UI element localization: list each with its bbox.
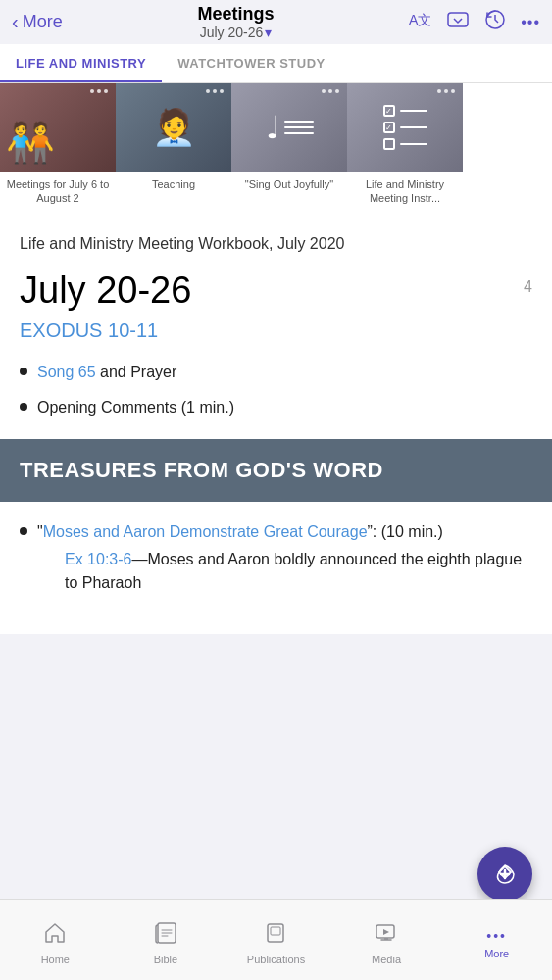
media-label: Media xyxy=(372,954,401,965)
carousel-thumb-instruc: ✓ ✓ xyxy=(347,83,463,172)
share-icon[interactable] xyxy=(446,9,470,35)
section-treasures-header: TREASURES FROM GOD'S WORD xyxy=(0,439,552,503)
bullet-song-text: Song 65 and Prayer xyxy=(37,362,176,383)
tab-watchtower-study[interactable]: WATCHTOWER STUDY xyxy=(162,44,341,82)
music-note-icon: ♩ xyxy=(266,109,314,146)
chevron-left-icon: ‹ xyxy=(12,11,19,33)
header-actions: A文 ••• xyxy=(409,9,540,35)
svg-text:A文: A文 xyxy=(409,12,431,27)
translate-icon[interactable]: A文 xyxy=(409,9,432,35)
bullet-dot-1 xyxy=(20,368,27,375)
carousel-label-sing: "Sing Out Joyfully" xyxy=(241,177,337,191)
nav-bible[interactable]: Bible xyxy=(111,914,222,965)
nav-more[interactable]: ••• More xyxy=(441,920,552,959)
carousel-item-meetings[interactable]: 🧑‍🤝‍🧑 Meetings for July 6 to August 2 xyxy=(0,83,116,214)
top-tab-bar: LIFE AND MINISTRY WATCHTOWER STUDY xyxy=(0,44,552,83)
moses-aaron-text: "Moses and Aaron Demonstrate Great Coura… xyxy=(37,521,532,594)
header-center: Meetings July 20-26 ▾ xyxy=(197,4,274,40)
bullet-dot-3 xyxy=(20,527,27,535)
bullet-dot-2 xyxy=(20,403,27,411)
carousel-thumb-teaching: 🧑‍💼 xyxy=(116,83,231,172)
content-body: Life and Ministry Meeting Workbook, July… xyxy=(0,214,552,634)
workbook-title: Life and Ministry Meeting Workbook, July… xyxy=(20,233,532,255)
song-link[interactable]: Song 65 xyxy=(37,364,96,380)
carousel-label-instruc: Life and Ministry Meeting Instr... xyxy=(347,177,463,206)
carousel-item-instruc[interactable]: ✓ ✓ Life and Ministry Meeting Instr... xyxy=(347,83,463,214)
scripture-text: —Moses and Aaron boldly announced the ei… xyxy=(65,551,522,591)
more-options-icon[interactable]: ••• xyxy=(521,14,540,31)
thumb-dots-2 xyxy=(206,89,224,93)
header-title: Meetings xyxy=(197,4,274,24)
teaching-figure-icon: 🧑‍💼 xyxy=(152,107,196,148)
scripture-reference[interactable]: EXODUS 10-11 xyxy=(20,319,532,342)
song-rest: and Prayer xyxy=(96,364,177,380)
page-number: 4 xyxy=(524,278,532,296)
bullet-moses-aaron: "Moses and Aaron Demonstrate Great Coura… xyxy=(20,521,532,594)
history-icon[interactable] xyxy=(483,9,507,35)
opening-comments-text: Opening Comments (1 min.) xyxy=(37,397,234,418)
nav-media[interactable]: Media xyxy=(331,914,442,965)
more-label: More xyxy=(484,948,509,959)
thumb-dots-3 xyxy=(322,89,339,93)
carousel-label-teaching: Teaching xyxy=(148,177,199,191)
tab-life-and-ministry[interactable]: LIFE AND MINISTRY xyxy=(0,44,162,82)
more-dots-icon: ••• xyxy=(486,928,507,944)
meeting-figure-icon: 🧑‍🤝‍🧑 xyxy=(6,120,55,166)
bible-label: Bible xyxy=(154,954,177,965)
bible-icon xyxy=(154,922,177,950)
media-icon xyxy=(375,922,398,950)
moses-aaron-link[interactable]: Moses and Aaron Demonstrate Great Courag… xyxy=(43,523,368,540)
publications-icon xyxy=(264,922,287,950)
thumb-dots-4 xyxy=(437,89,455,93)
checklist-icon: ✓ ✓ xyxy=(383,105,427,150)
carousel-thumb-meetings: 🧑‍🤝‍🧑 xyxy=(0,83,116,172)
scripture-detail: Ex 10:3-6—Moses and Aaron boldly announc… xyxy=(65,548,532,595)
back-button[interactable]: ‹ More xyxy=(12,11,63,33)
bullet-opening-comments: Opening Comments (1 min.) xyxy=(20,397,532,418)
opening-bullets: Song 65 and Prayer Opening Comments (1 m… xyxy=(20,362,532,419)
carousel-item-sing[interactable]: ♩ "Sing Out Joyfully" xyxy=(231,83,347,214)
publications-label: Publications xyxy=(247,954,305,965)
header: ‹ More Meetings July 20-26 ▾ A文 xyxy=(0,0,552,40)
back-label: More xyxy=(23,12,63,32)
thumb-dots xyxy=(90,89,108,93)
date-row: July 20-26 4 xyxy=(20,270,532,312)
carousel-label-meetings: Meetings for July 6 to August 2 xyxy=(0,177,116,206)
fab-button[interactable] xyxy=(477,847,532,902)
treasures-bullets: "Moses and Aaron Demonstrate Great Coura… xyxy=(20,521,532,594)
svg-rect-8 xyxy=(271,927,280,935)
home-label: Home xyxy=(41,954,70,965)
carousel-thumb-sing: ♩ xyxy=(231,83,347,172)
carousel-item-teaching[interactable]: 🧑‍💼 Teaching xyxy=(116,83,231,214)
svg-marker-10 xyxy=(383,929,389,935)
bullet-song: Song 65 and Prayer xyxy=(20,362,532,383)
home-icon xyxy=(43,922,67,950)
ex-link[interactable]: Ex 10:3-6 xyxy=(65,551,131,567)
resource-carousel: 🧑‍🤝‍🧑 Meetings for July 6 to August 2 🧑‍… xyxy=(0,83,552,214)
nav-home[interactable]: Home xyxy=(0,914,111,965)
meeting-date: July 20-26 xyxy=(20,270,191,312)
svg-rect-1 xyxy=(448,13,468,26)
quote-close-rest: ”: (10 min.) xyxy=(368,523,443,540)
header-subtitle: July 20-26 ▾ xyxy=(197,24,274,40)
bottom-nav: Home Bible Publications xyxy=(0,899,552,980)
main-content: Life and Ministry Meeting Workbook, July… xyxy=(0,214,552,634)
nav-publications[interactable]: Publications xyxy=(221,914,331,965)
